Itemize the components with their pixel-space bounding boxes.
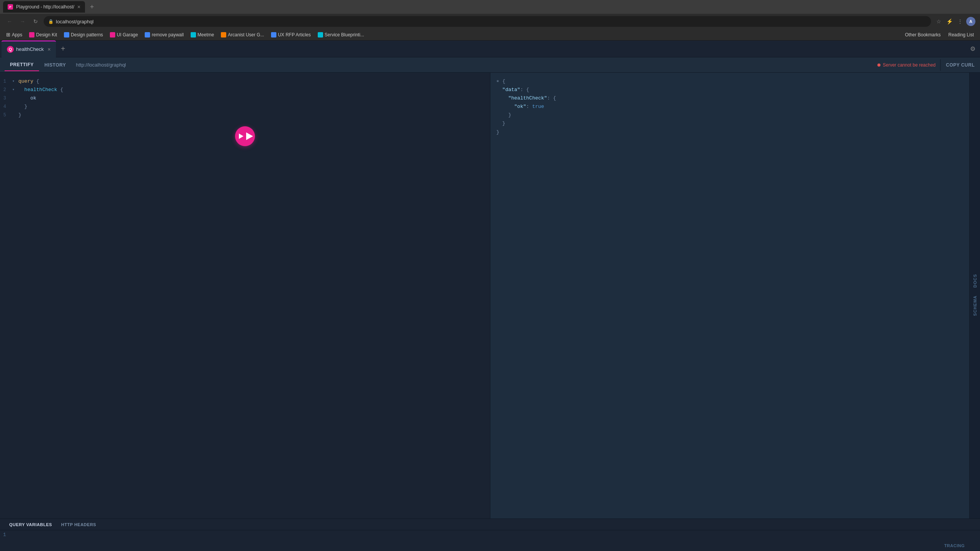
bookmark-remove-paywall[interactable]: remove paywall [142,31,186,39]
reload-button[interactable]: ↻ [31,16,41,26]
play-icon [237,132,245,140]
history-button[interactable]: HISTORY [39,59,71,71]
response-line-2: "data": { [497,86,974,94]
bookmark-icon-design-patterns [64,32,69,37]
bookmark-meetme[interactable]: Meetme [188,31,217,39]
bookmark-design-patterns[interactable]: Design patterns [61,31,106,39]
bookmark-label-meetme: Meetme [198,32,214,37]
playground-settings-icon[interactable]: ⚙ [970,45,975,52]
server-status-dot [877,64,880,67]
menu-button[interactable]: ⋮ [956,17,965,26]
lock-icon: 🔒 [48,19,54,24]
response-line-6: } [497,119,974,128]
playground-toolbar: PRETTIFY HISTORY http://localhost/graphq… [0,57,980,73]
query-variables-tab[interactable]: QUERY VARIABLES [5,520,57,529]
other-bookmarks-label: Other Bookmarks [905,32,941,37]
profile-avatar[interactable]: A [966,17,975,26]
bottom-tabs: QUERY VARIABLES HTTP HEADERS [0,519,980,530]
browser-navbar: ← → ↻ 🔒 localhost/graphql ☆ ⚡ ⋮ A [0,14,980,29]
bookmarks-right: Other Bookmarks Reading List [902,31,977,39]
server-status: Server cannot be reached [873,62,940,68]
schema-label[interactable]: SCHEMA [973,295,977,316]
apps-label: Apps [12,32,22,37]
editor-line-1: 1 ▾ query { [0,77,490,86]
tab-title: Playground - http://localhost/ [16,4,74,10]
editor-line-4: 4 } [0,103,490,111]
response-line-1: ∗ { [497,77,974,86]
server-status-text: Server cannot be reached [883,62,936,68]
bookmark-icon-meetme [191,32,196,37]
playground-tab-close[interactable]: × [47,46,51,52]
bookmark-label-ui-garage: UI Garage [117,32,138,37]
playground-tab-healthcheck[interactable]: Q healthCheck × [2,41,56,57]
browser-tab-bar: P Playground - http://localhost/ × + [0,0,980,14]
endpoint-url: http://localhost/graphql [71,62,873,68]
tab-favicon: P [8,4,13,10]
browser-tab-active[interactable]: P Playground - http://localhost/ × [3,1,85,13]
copy-curl-button[interactable]: COPY CURL [940,59,980,71]
bookmark-label-design-kit: Design Kit [36,32,57,37]
response-line-3: "healthCheck": { [497,94,974,103]
bookmark-label-ux-rfp: UX RFP Articles [278,32,311,37]
bookmark-ui-garage[interactable]: UI Garage [107,31,141,39]
playground-tab-icon: Q [7,46,14,53]
address-bar[interactable]: 🔒 localhost/graphql [44,16,931,27]
bottom-editor-line: 1 [3,532,6,538]
forward-button[interactable]: → [18,16,28,26]
bookmark-label-service-blueprint: Service Blueprinti... [325,32,364,37]
prettify-button[interactable]: PRETTIFY [5,59,39,71]
bookmark-service-blueprint[interactable]: Service Blueprinti... [315,31,367,39]
bookmark-icon-service-blueprint [318,32,323,37]
response-line-4: "ok": true [497,103,974,111]
response-line-5: } [497,111,974,119]
apps-grid-icon: ⊞ [6,32,10,37]
reading-list-label: Reading List [948,32,974,37]
bookmark-label-design-patterns: Design patterns [71,32,103,37]
tab-close-button[interactable]: × [77,4,80,10]
new-tab-button[interactable]: + [87,2,97,12]
bookmark-apps[interactable]: ⊞ Apps [3,31,25,39]
graphql-playground: Q healthCheck × + ⚙ PRETTIFY HISTORY htt… [0,41,980,551]
bottom-editor[interactable]: 1 [0,530,980,551]
playground-tab-title: healthCheck [16,46,44,52]
bookmark-icon-remove-paywall [145,32,150,37]
response-panel: ∗ { "data": { "healthCheck": { "ok": tru… [490,73,980,518]
nav-action-buttons: ☆ ⚡ ⋮ A [934,17,975,26]
bookmark-label-remove-paywall: remove paywall [152,32,183,37]
extensions-button[interactable]: ⚡ [945,17,954,26]
docs-label[interactable]: DOCS [973,274,977,288]
svg-marker-0 [239,134,243,139]
query-editor[interactable]: 1 ▾ query { 2 ▾ healthCheck { [0,73,490,518]
address-text: localhost/graphql [56,19,93,24]
back-button[interactable]: ← [5,16,15,26]
bottom-panel: QUERY VARIABLES HTTP HEADERS 1 TRACING [0,518,980,551]
bookmark-icon-ux-rfp [271,32,276,37]
browser-chrome: P Playground - http://localhost/ × + ← →… [0,0,980,41]
editor-line-5: 5 } [0,111,490,119]
playground-main: 1 ▾ query { 2 ▾ healthCheck { [0,73,980,518]
bookmark-star-button[interactable]: ☆ [934,17,943,26]
playground-header: Q healthCheck × + ⚙ [0,41,980,57]
bookmark-icon-ui-garage [110,32,115,37]
response-content: ∗ { "data": { "healthCheck": { "ok": tru… [490,73,980,141]
bookmark-design-kit[interactable]: Design Kit [26,31,60,39]
bookmark-arcanist[interactable]: Arcanist User G... [218,31,267,39]
run-query-button[interactable] [235,126,255,146]
bookmark-label-arcanist: Arcanist User G... [228,32,264,37]
bookmark-icon-design-kit [29,32,34,37]
bookmark-icon-arcanist [221,32,226,37]
http-headers-tab[interactable]: HTTP HEADERS [57,520,101,529]
editor-line-2: 2 ▾ healthCheck { [0,86,490,94]
response-line-7: } [497,128,974,137]
tracing-label[interactable]: TRACING [944,543,965,548]
bookmark-ux-rfp[interactable]: UX RFP Articles [268,31,314,39]
editor-line-3: 3 ok [0,94,490,103]
reading-list[interactable]: Reading List [945,31,977,39]
docs-sidebar: DOCS SCHEMA [969,73,980,518]
bookmarks-bar: ⊞ Apps Design Kit Design patterns UI Gar… [0,29,980,41]
playground-add-tab-button[interactable]: + [57,44,68,54]
other-bookmarks[interactable]: Other Bookmarks [902,31,944,39]
